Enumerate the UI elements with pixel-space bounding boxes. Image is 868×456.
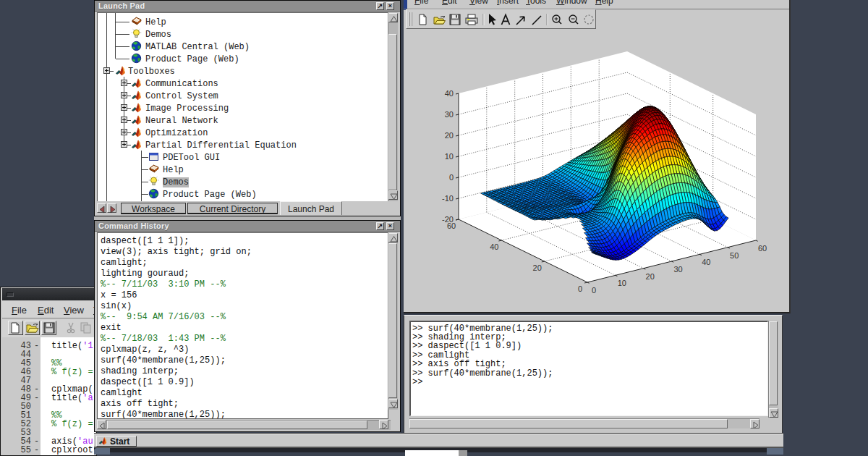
svg-text:40: 40 [702,258,710,266]
svg-text:20: 20 [533,263,542,272]
svg-text:50: 50 [730,251,739,260]
svg-text:40: 40 [445,89,454,98]
svg-text:40: 40 [490,242,498,251]
svg-text:20: 20 [445,131,454,140]
svg-text:10: 10 [618,279,626,287]
svg-text:60: 60 [758,244,767,253]
svg-text:-10: -10 [442,194,454,203]
svg-text:10: 10 [445,152,454,161]
svg-text:0: 0 [449,173,454,182]
svg-text:-20: -20 [442,215,454,224]
svg-text:30: 30 [445,110,454,119]
svg-text:20: 20 [646,272,655,281]
svg-text:0: 0 [592,286,596,295]
svg-text:0: 0 [578,284,582,293]
svg-text:30: 30 [673,265,682,274]
